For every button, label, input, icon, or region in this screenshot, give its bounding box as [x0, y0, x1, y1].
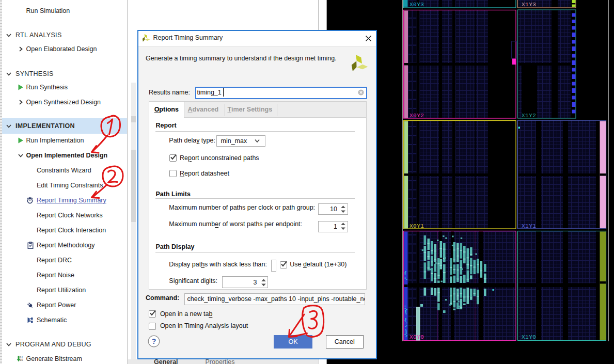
- svg-text:X0Y2: X0Y2: [410, 113, 424, 119]
- svg-text:X0Y1: X0Y1: [410, 223, 424, 229]
- svg-text:X1Y2: X1Y2: [522, 113, 536, 119]
- svg-text:X1Y1: X1Y1: [522, 223, 536, 229]
- svg-text:X0Y0: X0Y0: [410, 334, 424, 340]
- svg-text:X1Y0: X1Y0: [522, 334, 536, 340]
- svg-text:?: ?: [152, 337, 156, 345]
- svg-text:X1Y3: X1Y3: [522, 2, 536, 8]
- svg-text:X0Y3: X0Y3: [410, 2, 424, 8]
